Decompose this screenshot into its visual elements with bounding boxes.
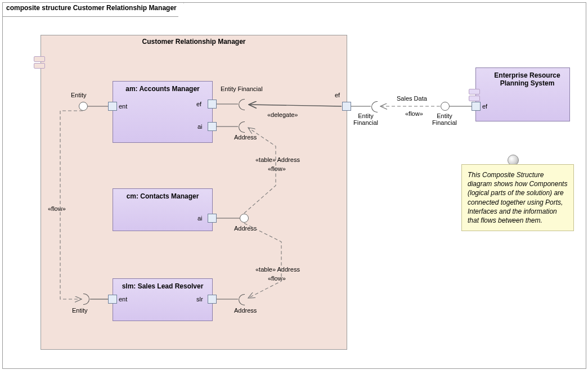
port-slm-ent-label: ent (119, 296, 127, 303)
port-crm-ef-label: ef (335, 92, 340, 98)
port-am-ef[interactable] (208, 100, 217, 109)
port-erp-ef[interactable] (472, 102, 481, 111)
diagram-note-text: This Composite Structure diagram shows h… (468, 171, 567, 224)
interface-ef-ball-erp (441, 102, 450, 111)
component-erp-title: Enterprise Resource Planning System (476, 68, 578, 87)
table-address-label-1: «table» Address (255, 156, 300, 163)
interface-address-ball-cm (240, 214, 249, 223)
diagram-note: This Composite Structure diagram shows h… (461, 164, 574, 231)
component-crm-title: Customer Relationship Manager (41, 35, 347, 46)
port-am-ef-label: ef (196, 101, 201, 107)
flow-label-addr1: «flow» (268, 165, 286, 172)
port-am-ent[interactable] (108, 102, 117, 111)
interface-address-am-label: Address (234, 134, 257, 141)
delegate-label: «delegate» (267, 111, 298, 118)
port-slm-slr-label: slr (196, 296, 203, 303)
sales-data-label: Sales Data (397, 95, 427, 102)
flow-label-sales: «flow» (405, 110, 423, 117)
port-am-ent-label: ent (119, 103, 127, 110)
component-icon (34, 56, 45, 71)
interface-entity-bottom-label: Entity (72, 307, 88, 314)
port-slm-slr[interactable] (208, 295, 217, 304)
port-cm-ai[interactable] (208, 214, 217, 223)
interface-address-cm-label: Address (234, 225, 257, 232)
interface-address-slm-label: Address (234, 307, 257, 314)
port-slm-ent[interactable] (108, 295, 117, 304)
flow-label-left: «flow» (48, 205, 66, 212)
port-erp-ef-label: ef (482, 103, 487, 110)
port-cm-ai-label: ai (198, 215, 203, 222)
interface-entity-label: Entity (71, 92, 87, 98)
interface-ef-erp-label: Entity Financial (432, 112, 457, 126)
interface-ef-am-label: Entity Financial (221, 85, 263, 92)
port-am-ai-label: ai (198, 123, 203, 130)
interface-ef-crm-label: Entity Financial (353, 112, 378, 126)
component-contacts-manager[interactable]: cm: Contacts Manager (113, 188, 213, 231)
interface-entity-ball (79, 102, 88, 111)
table-address-label-2: «table» Address (255, 266, 300, 273)
diagram-canvas: composite structure Customer Relationshi… (0, 0, 588, 370)
diagram-frame-title: composite structure Customer Relationshi… (3, 3, 184, 17)
port-am-ai[interactable] (208, 122, 217, 131)
flow-label-addr2: «flow» (268, 275, 286, 282)
component-accounts-manager-title: am: Accounts Manager (113, 82, 212, 93)
component-accounts-manager[interactable]: am: Accounts Manager (113, 81, 213, 143)
component-sales-lead-resolver-title: slm: Sales Lead Resolver (113, 279, 212, 290)
component-contacts-manager-title: cm: Contacts Manager (113, 189, 212, 200)
component-erp[interactable]: Enterprise Resource Planning System (475, 67, 570, 121)
port-crm-ef[interactable] (342, 102, 351, 111)
